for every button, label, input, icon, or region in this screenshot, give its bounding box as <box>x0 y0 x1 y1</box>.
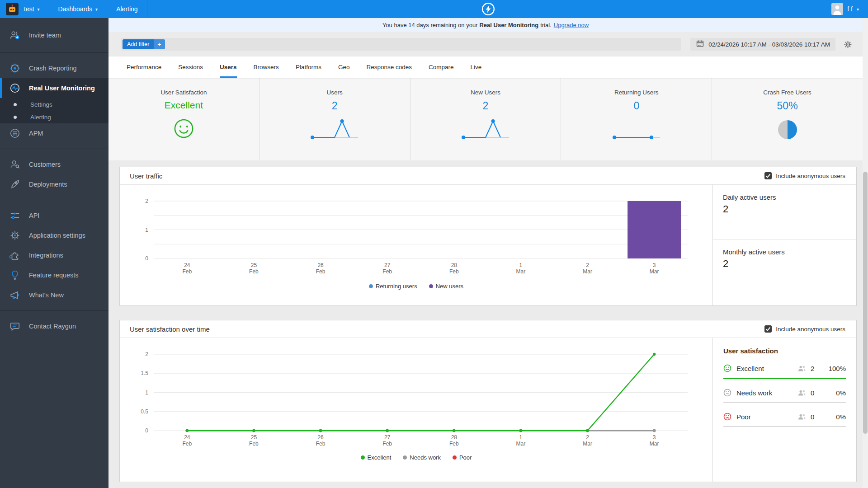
checkbox-checked-icon <box>764 325 772 333</box>
legend-item-poor[interactable]: Poor <box>453 454 472 461</box>
svg-text:Mar: Mar <box>650 441 659 447</box>
satisfaction-row-excellent: Excellent2100% <box>723 364 846 379</box>
tab-performance[interactable]: Performance <box>127 56 161 78</box>
sidebar-item-apm[interactable]: APM <box>0 123 108 143</box>
sidebar-item-invite-team[interactable]: Invite team <box>0 25 108 45</box>
contact-raygun-icon <box>9 320 21 332</box>
stats-row: User Satisfaction Excellent Users 2 New … <box>108 78 863 160</box>
tab-browsers[interactable]: Browsers <box>254 56 279 78</box>
raygun-pulse-logo-icon <box>481 2 495 17</box>
sidebar-item-deployments[interactable]: Deployments <box>0 174 108 194</box>
svg-text:28: 28 <box>451 434 458 441</box>
svg-text:Feb: Feb <box>449 441 459 447</box>
tab-compare[interactable]: Compare <box>429 56 454 78</box>
nav-item-dashboards[interactable]: Dashboards ▾ <box>49 0 107 18</box>
legend-dot-icon <box>361 455 365 460</box>
nav-item-alerting[interactable]: Alerting <box>107 0 146 18</box>
calendar-icon <box>696 39 704 49</box>
svg-text:3: 3 <box>653 434 656 441</box>
apm-icon <box>9 127 21 139</box>
tab-sessions[interactable]: Sessions <box>178 56 203 78</box>
svg-text:2: 2 <box>145 198 148 204</box>
include-anonymous-users-checkbox[interactable]: Include anonymous users <box>764 325 845 333</box>
sidebar-item-what-s-new[interactable]: What's New <box>0 285 108 305</box>
vertical-scrollbar[interactable] <box>863 18 868 488</box>
user-menu[interactable]: f f ▾ <box>831 3 868 15</box>
invite-team-icon <box>9 29 21 41</box>
svg-text:2: 2 <box>145 351 148 357</box>
svg-text:Feb: Feb <box>382 268 392 275</box>
sidebar-item-integrations[interactable]: Integrations <box>0 245 108 265</box>
app-logo-icon[interactable] <box>6 3 19 15</box>
main-content: You have 14 days remaining on your Real … <box>108 18 863 488</box>
new-users-sparkline <box>461 118 510 141</box>
svg-text:1: 1 <box>519 434 523 441</box>
svg-text:1: 1 <box>519 262 523 268</box>
plus-icon: + <box>154 39 165 49</box>
svg-text:Feb: Feb <box>249 268 259 275</box>
date-range-picker[interactable]: 02/24/2026 10:17 AM - 03/03/2026 10:17 A… <box>690 38 835 51</box>
legend-item-excellent[interactable]: Excellent <box>361 454 392 461</box>
tab-platforms[interactable]: Platforms <box>296 56 321 78</box>
stat-returning-users: Returning Users 0 <box>561 78 712 160</box>
svg-text:1.5: 1.5 <box>141 370 148 376</box>
user-traffic-panel: User traffic Include anonymous users 012… <box>119 167 857 306</box>
sidebar-item-application-settings[interactable]: Application settings <box>0 225 108 245</box>
settings-gear-button[interactable] <box>843 40 853 49</box>
neutral-face-icon <box>723 389 731 397</box>
tab-users[interactable]: Users <box>220 56 237 78</box>
tab-live[interactable]: Live <box>471 56 482 78</box>
avatar <box>831 3 843 15</box>
scrollbar-thumb[interactable] <box>863 172 868 434</box>
include-anonymous-users-checkbox[interactable]: Include anonymous users <box>764 172 845 179</box>
sidebar-item-feature-requests[interactable]: Feature requests <box>0 265 108 285</box>
legend-item-returning-users[interactable]: Returning users <box>369 283 417 290</box>
legend-dot-icon <box>429 284 433 288</box>
stat-new-users: New Users 2 <box>410 78 561 160</box>
svg-text:25: 25 <box>251 262 257 268</box>
traffic-legend: Returning usersNew users <box>369 283 463 290</box>
deployments-icon <box>9 178 21 190</box>
sidebar-subitem-alerting[interactable]: Alerting <box>0 111 108 123</box>
sidebar-item-contact-raygun[interactable]: Contact Raygun <box>0 316 108 336</box>
sidebar-item-crash-reporting[interactable]: Crash Reporting <box>0 58 108 78</box>
user-traffic-chart: 01224Feb25Feb26Feb27Feb28Feb1Mar2Mar3Mar <box>120 185 712 277</box>
svg-text:3: 3 <box>653 262 656 268</box>
stat-user-satisfaction: User Satisfaction Excellent <box>108 78 259 160</box>
upgrade-now-link[interactable]: Upgrade now <box>554 22 589 28</box>
crash-reporting-icon <box>9 62 21 74</box>
customers-icon <box>9 159 21 170</box>
svg-text:2: 2 <box>586 434 589 441</box>
satisfaction-row-poor: Poor00% <box>723 413 846 427</box>
top-navigation: test ▾ Dashboards ▾ Alerting f f ▾ <box>0 0 868 18</box>
user-name: f f <box>847 5 853 13</box>
real-user-monitoring-icon <box>9 82 21 94</box>
feature-requests-icon <box>9 269 21 281</box>
svg-text:0: 0 <box>145 427 148 434</box>
tab-response-codes[interactable]: Response codes <box>366 56 412 78</box>
users-icon <box>797 413 807 420</box>
legend-dot-icon <box>403 455 407 460</box>
api-icon <box>9 210 21 221</box>
tabs: PerformanceSessionsUsersBrowsersPlatform… <box>108 56 863 78</box>
legend-item-new-users[interactable]: New users <box>429 283 463 290</box>
sidebar-item-real-user-monitoring[interactable]: Real User Monitoring <box>0 78 108 98</box>
chevron-down-icon: ▾ <box>38 7 40 12</box>
sidebar-item-customers[interactable]: Customers <box>0 155 108 174</box>
raygun-rum-dashboard: test ▾ Dashboards ▾ Alerting f f ▾ Invit… <box>0 0 868 488</box>
svg-text:Feb: Feb <box>382 441 392 447</box>
sidebar-nav: Invite teamCrash ReportingReal User Moni… <box>0 18 108 488</box>
svg-text:0: 0 <box>145 255 148 262</box>
nav-divider <box>147 0 147 18</box>
workspace-menu[interactable]: test ▾ <box>24 0 49 18</box>
application-settings-icon <box>9 230 21 241</box>
whats-new-icon <box>9 289 21 301</box>
add-filter-button[interactable]: Add filter + <box>123 39 165 49</box>
legend-item-needs-work[interactable]: Needs work <box>403 454 441 461</box>
filter-input-bar[interactable]: Add filter + <box>121 38 681 51</box>
sidebar-item-api[interactable]: API <box>0 206 108 225</box>
tab-geo[interactable]: Geo <box>338 56 350 78</box>
svg-text:Mar: Mar <box>516 268 526 275</box>
sidebar-subitem-settings[interactable]: Settings <box>0 98 108 111</box>
satisfaction-smiley-icon <box>173 114 194 142</box>
